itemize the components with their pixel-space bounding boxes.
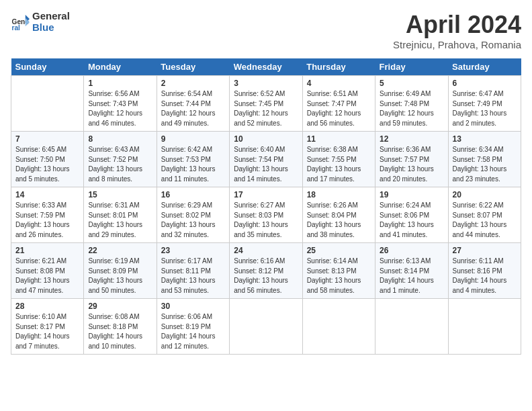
calendar-cell: 10Sunrise: 6:40 AM Sunset: 7:54 PM Dayli…: [230, 132, 302, 187]
day-number: 16: [161, 190, 225, 199]
calendar-cell: 11Sunrise: 6:38 AM Sunset: 7:55 PM Dayli…: [302, 132, 375, 187]
calendar-cell: 22Sunrise: 6:19 AM Sunset: 8:09 PM Dayli…: [84, 243, 157, 299]
day-info: Sunrise: 6:14 AM Sunset: 8:13 PM Dayligh…: [307, 257, 371, 295]
calendar-cell: 7Sunrise: 6:45 AM Sunset: 7:50 PM Daylig…: [11, 132, 84, 187]
day-info: Sunrise: 6:27 AM Sunset: 8:03 PM Dayligh…: [234, 201, 298, 240]
logo-icon: Gene ral: [11, 13, 30, 32]
day-number: 4: [307, 79, 371, 88]
day-number: 2: [161, 79, 225, 88]
calendar-cell: 19Sunrise: 6:24 AM Sunset: 8:06 PM Dayli…: [375, 187, 448, 243]
day-number: 6: [453, 79, 517, 88]
calendar-cell: 26Sunrise: 6:13 AM Sunset: 8:14 PM Dayli…: [375, 243, 448, 299]
calendar-cell: 29Sunrise: 6:08 AM Sunset: 8:18 PM Dayli…: [84, 299, 157, 355]
calendar-week-row: 28Sunrise: 6:10 AM Sunset: 8:17 PM Dayli…: [11, 299, 521, 355]
day-number: 15: [88, 190, 152, 199]
day-info: Sunrise: 6:49 AM Sunset: 7:48 PM Dayligh…: [380, 89, 443, 128]
day-header-friday: Friday: [375, 58, 448, 76]
calendar-cell: 12Sunrise: 6:36 AM Sunset: 7:57 PM Dayli…: [375, 132, 448, 187]
day-info: Sunrise: 6:47 AM Sunset: 7:49 PM Dayligh…: [453, 89, 517, 128]
calendar-cell: 28Sunrise: 6:10 AM Sunset: 8:17 PM Dayli…: [11, 299, 84, 355]
logo-text: General Blue: [32, 11, 70, 33]
day-number: 14: [15, 190, 79, 199]
calendar-cell: 4Sunrise: 6:51 AM Sunset: 7:47 PM Daylig…: [302, 76, 375, 132]
day-number: 27: [453, 246, 517, 255]
calendar-cell: 18Sunrise: 6:26 AM Sunset: 8:04 PM Dayli…: [302, 187, 375, 243]
day-info: Sunrise: 6:40 AM Sunset: 7:54 PM Dayligh…: [234, 145, 298, 184]
day-number: 19: [380, 190, 443, 199]
calendar-table: SundayMondayTuesdayWednesdayThursdayFrid…: [11, 58, 521, 355]
calendar-week-row: 14Sunrise: 6:33 AM Sunset: 7:59 PM Dayli…: [11, 187, 521, 243]
day-info: Sunrise: 6:52 AM Sunset: 7:45 PM Dayligh…: [234, 89, 298, 128]
month-title: April 2024: [393, 11, 521, 39]
day-info: Sunrise: 6:19 AM Sunset: 8:09 PM Dayligh…: [88, 257, 152, 295]
day-number: 8: [88, 134, 152, 144]
day-info: Sunrise: 6:31 AM Sunset: 8:01 PM Dayligh…: [88, 201, 152, 240]
calendar-cell: 9Sunrise: 6:42 AM Sunset: 7:53 PM Daylig…: [157, 132, 229, 187]
day-header-saturday: Saturday: [448, 58, 521, 76]
day-info: Sunrise: 6:13 AM Sunset: 8:14 PM Dayligh…: [380, 257, 443, 295]
calendar-cell: [375, 299, 448, 355]
day-number: 22: [88, 246, 152, 255]
calendar-cell: 30Sunrise: 6:06 AM Sunset: 8:19 PM Dayli…: [157, 299, 229, 355]
day-info: Sunrise: 6:11 AM Sunset: 8:16 PM Dayligh…: [453, 257, 517, 295]
calendar-week-row: 1Sunrise: 6:56 AM Sunset: 7:43 PM Daylig…: [11, 76, 521, 132]
calendar-cell: [230, 299, 302, 355]
day-number: 9: [161, 134, 225, 144]
day-info: Sunrise: 6:54 AM Sunset: 7:44 PM Dayligh…: [161, 89, 225, 128]
calendar-cell: 21Sunrise: 6:21 AM Sunset: 8:08 PM Dayli…: [11, 243, 84, 299]
calendar-cell: [11, 76, 84, 132]
day-info: Sunrise: 6:43 AM Sunset: 7:52 PM Dayligh…: [88, 145, 152, 184]
day-number: 5: [380, 79, 443, 88]
day-info: Sunrise: 6:17 AM Sunset: 8:11 PM Dayligh…: [161, 257, 225, 295]
day-number: 18: [307, 190, 371, 199]
day-number: 30: [161, 302, 225, 311]
page-header: Gene ral General Blue April 2024 Strejni…: [11, 11, 521, 50]
day-number: 10: [234, 134, 298, 144]
day-header-thursday: Thursday: [302, 58, 375, 76]
day-number: 26: [380, 246, 443, 255]
calendar-body: 1Sunrise: 6:56 AM Sunset: 7:43 PM Daylig…: [11, 76, 521, 355]
day-info: Sunrise: 6:38 AM Sunset: 7:55 PM Dayligh…: [307, 145, 371, 184]
day-info: Sunrise: 6:24 AM Sunset: 8:06 PM Dayligh…: [380, 201, 443, 240]
day-info: Sunrise: 6:45 AM Sunset: 7:50 PM Dayligh…: [15, 145, 79, 184]
day-number: 24: [234, 246, 298, 255]
logo-general: General: [32, 11, 70, 22]
logo: Gene ral General Blue: [11, 11, 70, 33]
day-number: 28: [15, 302, 79, 311]
day-number: 23: [161, 246, 225, 255]
day-info: Sunrise: 6:51 AM Sunset: 7:47 PM Dayligh…: [307, 89, 371, 128]
calendar-cell: 13Sunrise: 6:34 AM Sunset: 7:58 PM Dayli…: [448, 132, 521, 187]
calendar-cell: 23Sunrise: 6:17 AM Sunset: 8:11 PM Dayli…: [157, 243, 229, 299]
day-info: Sunrise: 6:22 AM Sunset: 8:07 PM Dayligh…: [453, 201, 517, 240]
day-info: Sunrise: 6:29 AM Sunset: 8:02 PM Dayligh…: [161, 201, 225, 240]
calendar-cell: [448, 299, 521, 355]
calendar-week-row: 7Sunrise: 6:45 AM Sunset: 7:50 PM Daylig…: [11, 132, 521, 187]
day-header-sunday: Sunday: [11, 58, 84, 76]
calendar-cell: 14Sunrise: 6:33 AM Sunset: 7:59 PM Dayli…: [11, 187, 84, 243]
calendar-cell: [302, 299, 375, 355]
day-number: 12: [380, 134, 443, 144]
day-info: Sunrise: 6:34 AM Sunset: 7:58 PM Dayligh…: [453, 145, 517, 184]
logo-blue: Blue: [32, 22, 70, 34]
day-number: 21: [15, 246, 79, 255]
calendar-cell: 27Sunrise: 6:11 AM Sunset: 8:16 PM Dayli…: [448, 243, 521, 299]
calendar-cell: 5Sunrise: 6:49 AM Sunset: 7:48 PM Daylig…: [375, 76, 448, 132]
day-info: Sunrise: 6:10 AM Sunset: 8:17 PM Dayligh…: [15, 312, 79, 351]
day-info: Sunrise: 6:16 AM Sunset: 8:12 PM Dayligh…: [234, 257, 298, 295]
day-number: 25: [307, 246, 371, 255]
day-info: Sunrise: 6:21 AM Sunset: 8:08 PM Dayligh…: [15, 257, 79, 295]
svg-text:ral: ral: [12, 24, 21, 32]
day-header-wednesday: Wednesday: [230, 58, 302, 76]
day-info: Sunrise: 6:42 AM Sunset: 7:53 PM Dayligh…: [161, 145, 225, 184]
day-number: 29: [88, 302, 152, 311]
calendar-cell: 15Sunrise: 6:31 AM Sunset: 8:01 PM Dayli…: [84, 187, 157, 243]
day-number: 3: [234, 79, 298, 88]
day-number: 7: [15, 134, 79, 144]
calendar-cell: 20Sunrise: 6:22 AM Sunset: 8:07 PM Dayli…: [448, 187, 521, 243]
day-info: Sunrise: 6:08 AM Sunset: 8:18 PM Dayligh…: [88, 312, 152, 351]
day-info: Sunrise: 6:06 AM Sunset: 8:19 PM Dayligh…: [161, 312, 225, 351]
day-number: 17: [234, 190, 298, 199]
day-info: Sunrise: 6:26 AM Sunset: 8:04 PM Dayligh…: [307, 201, 371, 240]
calendar-cell: 25Sunrise: 6:14 AM Sunset: 8:13 PM Dayli…: [302, 243, 375, 299]
calendar-week-row: 21Sunrise: 6:21 AM Sunset: 8:08 PM Dayli…: [11, 243, 521, 299]
